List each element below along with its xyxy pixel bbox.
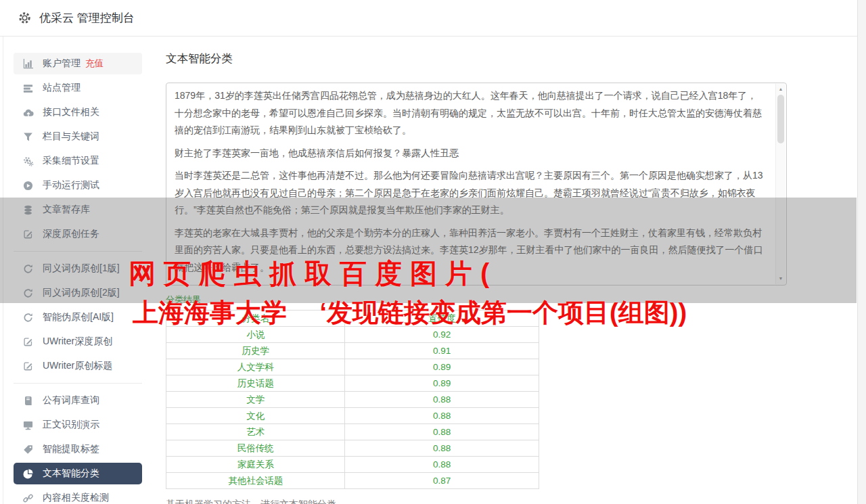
sidebar-item-smart-tags[interactable]: 智能提取标签 <box>14 438 142 460</box>
sidebar-item-label: 文本智能分类 <box>43 467 99 480</box>
confidence-cell: 0.88 <box>345 457 539 473</box>
bar-chart-icon <box>22 58 34 69</box>
result-table: 分类名 置信度 小说0.92 历史学0.91 人文学科0.89 历史话题0.89… <box>166 310 539 489</box>
result-label: 分类结果 <box>166 294 866 306</box>
refresh-icon <box>22 288 34 298</box>
sidebar-item-collection-settings[interactable]: 采集细节设置 <box>14 150 142 172</box>
sidebar-item-api-files[interactable]: 接口文件相关 <box>14 101 142 123</box>
confidence-cell: 0.89 <box>345 375 539 392</box>
cloud-upload-icon <box>22 107 34 118</box>
category-cell: 历史学 <box>166 343 345 359</box>
funnel-icon <box>22 131 34 142</box>
sidebar-item-synonym-rewrite-v1[interactable]: 同义词伪原创[1版] <box>14 258 142 279</box>
sidebar-divider <box>14 251 142 252</box>
table-row: 文化0.88 <box>166 408 539 424</box>
textarea-paragraph: 当时李莲英还是二总管，这件事他再清楚不过。那么他为何还要冒险向慈禧请求出宫呢？主… <box>175 167 766 219</box>
table-row: 历史话题0.89 <box>166 375 539 392</box>
sidebar-item-deep-original-task[interactable]: 深度原创任务 <box>14 223 142 245</box>
category-cell: 历史话题 <box>166 375 345 392</box>
category-cell: 家庭关系 <box>166 457 345 473</box>
confidence-cell: 0.92 <box>345 327 539 343</box>
sidebar-item-label: 智能提取标签 <box>43 443 99 455</box>
table-row: 民俗传统0.88 <box>166 440 539 457</box>
table-row: 小说0.92 <box>166 327 539 343</box>
refresh-icon <box>22 312 34 323</box>
list-icon <box>22 83 34 93</box>
table-row: 人文学科0.89 <box>166 359 539 375</box>
textarea-paragraph: 财主抢了李莲英家一亩地，他成慈禧亲信后如何报复？暴露人性丑恶 <box>175 145 766 162</box>
confidence-cell: 0.88 <box>345 408 539 424</box>
category-cell: 艺术 <box>166 424 345 440</box>
recharge-badge[interactable]: 充值 <box>85 58 104 70</box>
sidebar-item-manual-run-test[interactable]: 手动运行测试 <box>14 175 142 196</box>
sidebar-item-label: UWriter原创标题 <box>43 360 112 372</box>
classification-input[interactable]: 1879年，31岁的李莲英出任储秀宫四品花翎总管，成为慈禧身边的大红人。这年春天… <box>166 83 787 285</box>
category-cell: 其他社会话题 <box>166 473 345 489</box>
scroll-up-icon[interactable]: ▲ <box>776 86 785 93</box>
category-cell: 小说 <box>166 327 345 343</box>
sidebar-item-label: 正文识别演示 <box>43 419 99 431</box>
category-cell: 文化 <box>166 408 345 424</box>
sidebar-item-label: 手动运行测试 <box>43 179 99 191</box>
sidebar-item-label: 智能伪原创[AI版] <box>43 311 114 323</box>
sidebar-item-article-staging[interactable]: 文章暂存库 <box>14 199 142 221</box>
col-header-category: 分类名 <box>166 311 345 327</box>
play-icon <box>22 180 34 191</box>
textarea-paragraph: 1879年，31岁的李莲英出任储秀宫四品花翎总管，成为慈禧身边的大红人。这年春天… <box>175 87 766 139</box>
sidebar-divider <box>14 383 142 384</box>
sidebar-item-label: 文章暂存库 <box>43 204 90 216</box>
gears-icon <box>22 156 34 166</box>
sidebar-item-label: 栏目与关键词 <box>43 131 99 143</box>
sidebar-item-label: 深度原创任务 <box>43 228 99 240</box>
monitor-icon <box>22 419 34 430</box>
textarea-scrollbar[interactable]: ▲ ▼ <box>775 84 785 284</box>
sidebar-item-text-classification[interactable]: 文本智能分类 <box>14 463 142 484</box>
app-title: 优采云 管理控制台 <box>39 10 135 26</box>
sidebar-item-label: 接口文件相关 <box>43 106 99 118</box>
sidebar: 账户管理 充值 站点管理 接口文件相关 栏目与关键词 采集细节设置 <box>0 37 159 504</box>
link-icon <box>22 492 34 503</box>
category-cell: 人文学科 <box>166 359 345 375</box>
sidebar-item-label: 公有词库查询 <box>43 394 99 407</box>
table-row: 家庭关系0.88 <box>166 457 539 473</box>
edit-icon <box>22 361 34 371</box>
database-icon <box>22 204 34 215</box>
sidebar-item-label: 站点管理 <box>43 82 81 94</box>
sidebar-item-columns-keywords[interactable]: 栏目与关键词 <box>14 126 142 147</box>
col-header-confidence: 置信度 <box>345 311 539 327</box>
category-cell: 民俗传统 <box>166 440 345 457</box>
scrollbar-thumb[interactable] <box>777 95 784 143</box>
sidebar-item-label: 采集细节设置 <box>43 155 99 167</box>
table-row: 其他社会话题0.87 <box>166 473 539 489</box>
top-header: 优采云 管理控制台 <box>0 0 866 37</box>
confidence-cell: 0.88 <box>345 440 539 457</box>
sidebar-item-ai-rewrite[interactable]: 智能伪原创[AI版] <box>14 306 142 328</box>
gear-icon <box>18 12 32 25</box>
table-row: 文学0.88 <box>166 392 539 408</box>
sidebar-item-label: 内容相关度检测 <box>43 492 109 504</box>
scroll-down-icon[interactable]: ▼ <box>776 275 785 282</box>
edit-icon <box>22 336 34 347</box>
panel-left-border <box>3 37 3 504</box>
sidebar-item-site-management[interactable]: 站点管理 <box>14 77 142 99</box>
sidebar-item-public-thesaurus[interactable]: 公有词库查询 <box>14 390 142 411</box>
sidebar-item-synonym-rewrite-v2[interactable]: 同义词伪原创[2版] <box>14 282 142 304</box>
sidebar-item-account-management[interactable]: 账户管理 充值 <box>14 53 142 74</box>
sidebar-item-uwriter-deep-original[interactable]: UWriter深度原创 <box>14 331 142 352</box>
refresh-icon <box>22 263 34 274</box>
confidence-cell: 0.91 <box>345 343 539 359</box>
textarea-paragraph: 财主抢了李莲英家一亩地，他成慈禧亲信后如何报复？暴露人性丑恶 <box>175 281 766 285</box>
sidebar-item-content-recognition-demo[interactable]: 正文识别演示 <box>14 414 142 436</box>
confidence-cell: 0.89 <box>345 359 539 375</box>
table-row: 历史学0.91 <box>166 343 539 359</box>
sidebar-item-label: 同义词伪原创[1版] <box>43 262 120 275</box>
book-icon <box>22 395 34 406</box>
sidebar-item-label: 同义词伪原创[2版] <box>43 287 120 299</box>
sidebar-item-content-relevance[interactable]: 内容相关度检测 <box>14 487 142 504</box>
sidebar-item-uwriter-original-title[interactable]: UWriter原创标题 <box>14 355 142 377</box>
edit-icon <box>22 229 34 239</box>
tag-icon <box>22 444 34 455</box>
table-header-row: 分类名 置信度 <box>166 311 539 327</box>
category-cell: 文学 <box>166 392 345 408</box>
page-scrollbar[interactable] <box>857 0 866 504</box>
